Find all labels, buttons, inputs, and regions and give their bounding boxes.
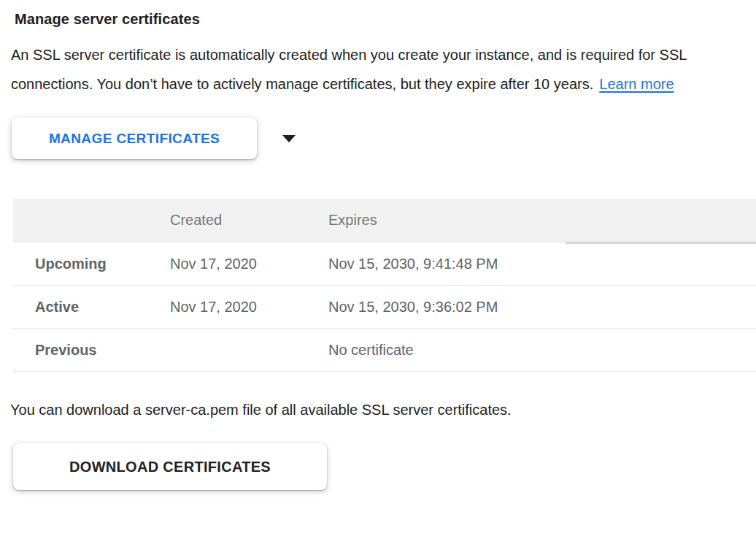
description-text: An SSL server certificate is automatical…	[11, 40, 749, 99]
learn-more-link[interactable]: Learn more	[599, 76, 674, 92]
row-label: Active	[13, 299, 148, 316]
row-expires: Nov 15, 2030, 9:41:48 PM	[306, 256, 756, 272]
caret-down-icon	[282, 135, 296, 142]
horizontal-scrollbar-thumb	[566, 242, 756, 244]
table-row-previous: Previous No certificate	[13, 329, 756, 372]
row-created: Nov 17, 2020	[148, 256, 306, 272]
page-title: Manage server certificates	[15, 11, 745, 28]
manage-certificates-button[interactable]: MANAGE CERTIFICATES	[12, 118, 257, 159]
download-note: You can download a server-ca.pem file of…	[10, 402, 744, 418]
table-row-upcoming: Upcoming Nov 17, 2020 Nov 15, 2030, 9:41…	[13, 242, 756, 286]
download-certificates-button[interactable]: DOWNLOAD CERTIFICATES	[13, 443, 327, 490]
row-expires: Nov 15, 2030, 9:36:02 PM	[306, 299, 756, 316]
table-row-active: Active Nov 17, 2020 Nov 15, 2030, 9:36:0…	[13, 286, 756, 329]
row-expires: No certificate	[306, 342, 756, 359]
table-header-created: Created	[148, 212, 306, 229]
description-body: An SSL server certificate is automatical…	[11, 47, 687, 92]
manage-certificates-dropdown-button[interactable]	[274, 124, 304, 153]
row-label: Upcoming	[13, 256, 148, 272]
table-header-row: Created Expires	[13, 199, 756, 242]
certificates-table: Created Expires Upcoming Nov 17, 2020 No…	[13, 199, 756, 372]
row-created: Nov 17, 2020	[148, 299, 306, 316]
table-header-expires: Expires	[306, 212, 756, 229]
row-label: Previous	[13, 342, 148, 359]
manage-button-row: MANAGE CERTIFICATES	[12, 118, 756, 159]
